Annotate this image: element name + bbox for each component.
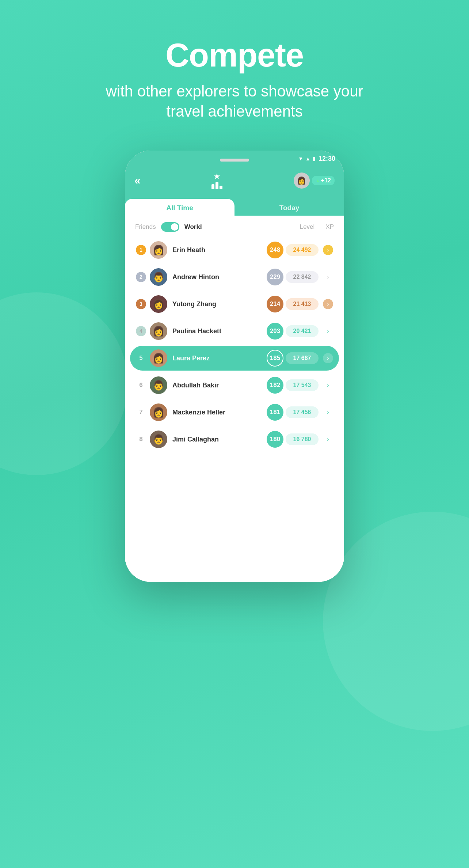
rank-number-1: 1 bbox=[136, 245, 146, 255]
status-icons: ▼ ▲ ▮ bbox=[298, 156, 316, 162]
header-right: 👩 ▲ +12 bbox=[294, 173, 335, 189]
rank-badge: ▲ +12 bbox=[312, 176, 335, 185]
user-avatar-6: 👨 bbox=[150, 376, 167, 394]
tab-bar: All Time Today bbox=[125, 199, 344, 216]
bar-chart-icon bbox=[211, 182, 222, 189]
filter-toggle[interactable] bbox=[161, 222, 179, 232]
wifi-icon: ▼ bbox=[298, 156, 303, 162]
header-center-icon: ★ bbox=[211, 172, 222, 189]
rank-number-5: 5 bbox=[136, 353, 146, 363]
level-badge-6: 182 bbox=[267, 377, 283, 394]
content-area: Friends World Level XP 1 👩 Erin Heath 24… bbox=[125, 216, 344, 582]
filter-friends-label: Friends bbox=[135, 223, 156, 231]
user-name-4: Paulina Hackett bbox=[172, 327, 267, 335]
rank-delta: +12 bbox=[321, 177, 331, 184]
battery-icon: ▮ bbox=[313, 156, 316, 162]
user-avatar-2: 👨 bbox=[150, 268, 167, 286]
xp-pill-3: 21 413 bbox=[286, 298, 319, 310]
back-button[interactable]: « bbox=[134, 174, 141, 187]
filter-xp-label: XP bbox=[325, 223, 334, 231]
rank-up-icon: ▲ bbox=[316, 178, 320, 183]
user-name-2: Andrew Hinton bbox=[172, 273, 267, 281]
level-badge-5: 185 bbox=[267, 350, 283, 367]
xp-pill-8: 16 780 bbox=[286, 433, 319, 445]
level-badge-2: 229 bbox=[267, 269, 283, 285]
user-avatar-4: 👩 bbox=[150, 322, 167, 340]
xp-pill-2: 22 842 bbox=[286, 271, 319, 283]
user-name-6: Abdullah Bakir bbox=[172, 382, 267, 389]
chevron-8: › bbox=[323, 434, 333, 444]
score-area-5: 185 17 687 › bbox=[267, 350, 333, 367]
score-area-6: 182 17 543 › bbox=[267, 377, 333, 394]
phone-speaker bbox=[220, 159, 249, 162]
score-area-4: 203 20 421 › bbox=[267, 323, 333, 340]
rank-number-7: 7 bbox=[136, 407, 146, 417]
chevron-3: › bbox=[323, 299, 333, 309]
score-area-8: 180 16 780 › bbox=[267, 431, 333, 448]
user-avatar-8: 👨 bbox=[150, 431, 167, 448]
xp-pill-1: 24 492 bbox=[286, 244, 319, 256]
level-badge-8: 180 bbox=[267, 431, 283, 448]
tab-today[interactable]: Today bbox=[234, 199, 344, 216]
app-header: « ★ 👩 ▲ +12 bbox=[125, 167, 344, 199]
leaderboard-row-5[interactable]: 5 👩 Laura Perez 185 17 687 › bbox=[130, 346, 339, 371]
hero-subtitle: with other explorers to showcase your tr… bbox=[92, 82, 377, 121]
xp-pill-4: 20 421 bbox=[286, 325, 319, 337]
phone-mockup: ▼ ▲ ▮ 12:30 « ★ 👩 ▲ +12 All Time bbox=[125, 151, 344, 582]
filter-row: Friends World Level XP bbox=[125, 216, 344, 235]
leaderboard-row-3[interactable]: 3 👩 Yutong Zhang 214 21 413 › bbox=[130, 292, 339, 317]
chevron-4: › bbox=[323, 326, 333, 336]
signal-icon: ▲ bbox=[305, 156, 310, 162]
toggle-knob bbox=[171, 223, 178, 231]
user-name-5: Laura Perez bbox=[172, 355, 267, 362]
filter-world-label: World bbox=[184, 223, 202, 231]
level-badge-4: 203 bbox=[267, 323, 283, 340]
chevron-6: › bbox=[323, 380, 333, 390]
rank-number-6: 6 bbox=[136, 380, 146, 390]
score-area-3: 214 21 413 › bbox=[267, 296, 333, 312]
score-area-7: 181 17 456 › bbox=[267, 404, 333, 421]
user-name-1: Erin Heath bbox=[172, 246, 267, 254]
filter-level-label: Level bbox=[300, 223, 315, 231]
leaderboard-row-1[interactable]: 1 👩 Erin Heath 248 24 492 › bbox=[130, 238, 339, 262]
status-time: 12:30 bbox=[319, 155, 335, 163]
leaderboard-row-2[interactable]: 2 👨 Andrew Hinton 229 22 842 › bbox=[130, 265, 339, 289]
user-name-7: Mackenzie Heller bbox=[172, 409, 267, 416]
level-badge-1: 248 bbox=[267, 242, 283, 258]
user-avatar-1: 👩 bbox=[150, 241, 167, 259]
user-avatar-7: 👩 bbox=[150, 403, 167, 421]
level-badge-7: 181 bbox=[267, 404, 283, 421]
xp-pill-5: 17 687 bbox=[286, 352, 319, 364]
chevron-2: › bbox=[323, 272, 333, 282]
rank-number-4: 4 bbox=[136, 326, 146, 336]
user-name-3: Yutong Zhang bbox=[172, 300, 267, 308]
tab-all-time[interactable]: All Time bbox=[125, 199, 234, 216]
leaderboard-row-6[interactable]: 6 👨 Abdullah Bakir 182 17 543 › bbox=[130, 373, 339, 398]
score-area-1: 248 24 492 › bbox=[267, 242, 333, 258]
leaderboard-row-7[interactable]: 7 👩 Mackenzie Heller 181 17 456 › bbox=[130, 400, 339, 425]
rank-number-8: 8 bbox=[136, 434, 146, 444]
filter-left: Friends World bbox=[135, 222, 202, 232]
user-avatar-5: 👩 bbox=[150, 349, 167, 367]
chevron-5: › bbox=[323, 353, 333, 363]
user-name-8: Jimi Callaghan bbox=[172, 436, 267, 443]
chevron-7: › bbox=[323, 407, 333, 417]
user-avatar-header: 👩 bbox=[294, 173, 310, 189]
leaderboard-row-8[interactable]: 8 👨 Jimi Callaghan 180 16 780 › bbox=[130, 427, 339, 452]
xp-pill-6: 17 543 bbox=[286, 379, 319, 391]
xp-pill-7: 17 456 bbox=[286, 406, 319, 418]
rank-number-3: 3 bbox=[136, 299, 146, 309]
filter-right: Level XP bbox=[300, 223, 334, 231]
user-avatar-3: 👩 bbox=[150, 295, 167, 313]
star-icon: ★ bbox=[213, 172, 221, 181]
level-badge-3: 214 bbox=[267, 296, 283, 312]
rank-number-2: 2 bbox=[136, 272, 146, 282]
hero-title: Compete bbox=[165, 37, 304, 74]
score-area-2: 229 22 842 › bbox=[267, 269, 333, 285]
leaderboard-row-4[interactable]: 4 👩 Paulina Hackett 203 20 421 › bbox=[130, 319, 339, 344]
chevron-1: › bbox=[323, 245, 333, 255]
